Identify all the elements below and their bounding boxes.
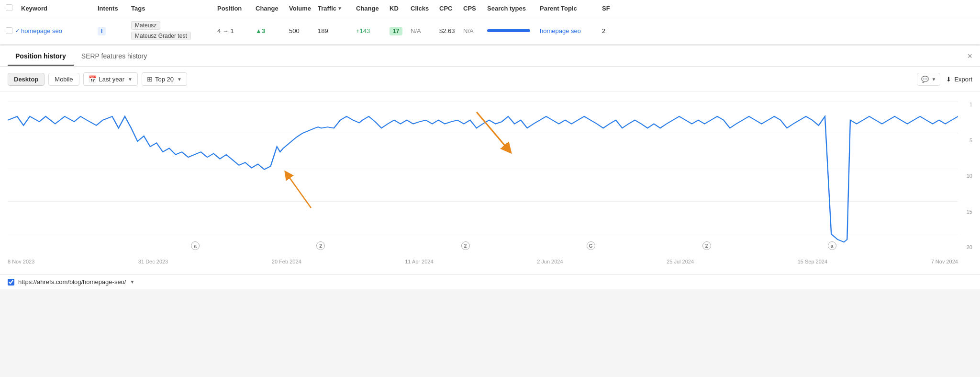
- col-kd: KD: [390, 5, 411, 12]
- panel-tabs: Position history SERP features history ×: [0, 46, 980, 67]
- col-change: Change: [256, 5, 289, 12]
- header-checkbox[interactable]: [6, 4, 21, 12]
- chart-container: 1 5 10 15 20 a 2 2 G 2 a: [8, 92, 972, 274]
- x-label-4: 2 Jun 2024: [537, 259, 563, 264]
- parent-topic-cell[interactable]: homepage seo: [540, 27, 602, 34]
- x-label-2: 20 Feb 2024: [272, 259, 301, 264]
- tab-serp-features[interactable]: SERP features history: [74, 46, 155, 66]
- col-traffic-change: Change: [356, 5, 390, 12]
- range-label: Top 20: [155, 76, 174, 83]
- update-marker-2c: 2: [702, 241, 711, 250]
- mobile-button[interactable]: Mobile: [48, 73, 79, 86]
- col-cpc: CPC: [439, 5, 463, 12]
- export-icon: ⬇: [946, 76, 951, 83]
- x-label-1: 31 Dec 2023: [138, 259, 168, 264]
- x-label-0: 8 Nov 2023: [8, 259, 34, 264]
- chart-area: 1 5 10 15 20 a 2 2 G 2 a: [0, 92, 980, 274]
- search-types-bar: [487, 29, 530, 32]
- svg-line-0: [477, 112, 508, 149]
- comment-button[interactable]: 💬 ▼: [917, 73, 941, 86]
- y-label-5: 5: [969, 137, 972, 143]
- comment-caret-icon: ▼: [932, 77, 936, 82]
- col-parent-topic: Parent Topic: [540, 5, 602, 12]
- url-dropdown-icon[interactable]: ▼: [130, 279, 134, 285]
- cpc-cell: $2.63: [439, 27, 463, 34]
- desktop-button[interactable]: Desktop: [8, 73, 45, 86]
- col-position: Position: [217, 5, 256, 12]
- update-marker-a2: a: [828, 241, 836, 250]
- x-label-6: 15 Sep 2024: [798, 259, 827, 264]
- intent-cell: I: [98, 27, 131, 34]
- orange-arrow-2: [278, 165, 335, 213]
- col-intents: Intents: [98, 5, 131, 12]
- x-label-3: 11 Apr 2024: [405, 259, 433, 264]
- intent-badge: I: [98, 27, 106, 35]
- marker-a1-circle: a: [191, 241, 200, 250]
- url-text: https://ahrefs.com/blog/homepage-seo/: [18, 278, 126, 286]
- kd-badge: 17: [390, 27, 402, 35]
- search-types-cell: [487, 29, 540, 32]
- col-tags: Tags: [131, 5, 217, 12]
- controls-row: Desktop Mobile 📅 Last year ▼ ⊞ Top 20 ▼ …: [0, 67, 980, 92]
- calendar-icon: 📅: [89, 75, 97, 83]
- y-label-10: 10: [967, 173, 972, 179]
- marker-2b-circle: 2: [461, 241, 470, 250]
- period-caret-icon: ▼: [128, 77, 133, 82]
- keyword-cell[interactable]: homepage seo: [21, 27, 98, 34]
- update-marker-g: G: [587, 241, 595, 250]
- range-dropdown[interactable]: ⊞ Top 20 ▼: [142, 72, 187, 86]
- marker-a2-circle: a: [828, 241, 836, 250]
- marker-2c-circle: 2: [702, 241, 711, 250]
- change-value: ▲3: [256, 27, 265, 34]
- x-axis: 8 Nov 2023 31 Dec 2023 20 Feb 2024 11 Ap…: [8, 250, 958, 264]
- update-marker-2b: 2: [461, 241, 470, 250]
- update-marker-a1: a: [191, 241, 200, 250]
- orange-arrow-1: [471, 106, 528, 164]
- sf-cell: 2: [602, 27, 621, 34]
- svg-line-1: [287, 174, 311, 208]
- y-label-1: 1: [969, 102, 972, 107]
- table-row: ✓ homepage seo I Mateusz Mateusz Grader …: [0, 17, 980, 45]
- grid-icon: ⊞: [147, 75, 153, 83]
- url-bar: https://ahrefs.com/blog/homepage-seo/ ▼: [0, 274, 980, 289]
- col-sf: SF: [602, 5, 621, 12]
- comment-icon: 💬: [921, 76, 929, 83]
- position-cell: 4 → 1: [217, 27, 256, 34]
- y-label-20: 20: [967, 244, 972, 250]
- table-header: Keyword Intents Tags Position Change Vol…: [0, 0, 980, 17]
- col-search-types: Search types: [487, 5, 540, 12]
- update-marker-2a: 2: [316, 241, 325, 250]
- panel-close-button[interactable]: ×: [967, 52, 972, 60]
- history-panel: Position history SERP features history ×…: [0, 45, 980, 289]
- col-cps: CPS: [463, 5, 487, 12]
- marker-g-circle: G: [587, 241, 595, 250]
- tag-mateusz[interactable]: Mateusz: [131, 21, 160, 30]
- kd-cell: 17: [390, 27, 411, 34]
- tab-position-history[interactable]: Position history: [8, 46, 74, 66]
- x-label-5: 25 Jul 2024: [667, 259, 694, 264]
- change-cell: ▲3: [256, 27, 289, 34]
- clicks-cell: N/A: [411, 27, 439, 34]
- cps-cell: N/A: [463, 27, 487, 34]
- row-checkbox[interactable]: ✓: [6, 27, 21, 34]
- col-clicks: Clicks: [411, 5, 439, 12]
- period-dropdown[interactable]: 📅 Last year ▼: [83, 72, 138, 86]
- traffic-sort-icon: ▼: [337, 6, 342, 11]
- tags-cell: Mateusz Mateusz Grader test: [131, 21, 217, 40]
- y-label-15: 15: [967, 209, 972, 215]
- range-caret-icon: ▼: [177, 77, 182, 82]
- col-volume: Volume: [289, 5, 318, 12]
- volume-cell: 500: [289, 27, 318, 34]
- tag-grader[interactable]: Mateusz Grader test: [131, 32, 191, 40]
- x-label-7: 7 Nov 2024: [931, 259, 958, 264]
- period-label: Last year: [99, 76, 124, 83]
- checkmark-icon: ✓: [15, 28, 20, 34]
- traffic-change-cell: +143: [356, 27, 390, 34]
- col-keyword: Keyword: [21, 5, 98, 12]
- export-button[interactable]: ⬇ Export: [946, 76, 972, 83]
- y-axis: 1 5 10 15 20: [959, 102, 972, 250]
- col-traffic: Traffic ▼: [318, 5, 356, 12]
- traffic-cell: 189: [318, 27, 356, 34]
- url-checkbox[interactable]: [8, 279, 14, 286]
- arrow-up-icon: ▲: [256, 27, 262, 34]
